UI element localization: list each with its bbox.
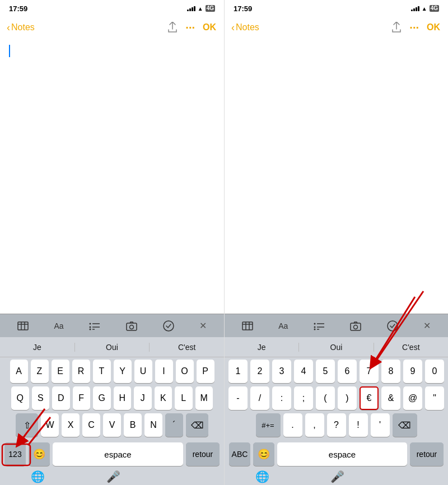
ok-button-2[interactable]: OK: [426, 21, 441, 34]
key-space-1[interactable]: espace: [53, 442, 183, 466]
key-0[interactable]: 0: [425, 360, 444, 383]
key-amp[interactable]: &: [381, 386, 400, 410]
svg-point-28: [388, 321, 398, 331]
key-colon[interactable]: :: [272, 386, 291, 410]
key-W[interactable]: W: [41, 413, 59, 437]
key-slash[interactable]: /: [250, 386, 269, 410]
key-E[interactable]: E: [52, 360, 69, 383]
key-G[interactable]: G: [93, 386, 111, 410]
key-B[interactable]: B: [124, 413, 142, 437]
toolbar-list-btn-2[interactable]: [311, 319, 327, 333]
autocomplete-word-2[interactable]: Oui: [75, 343, 150, 352]
key-abc-2[interactable]: ABC: [229, 442, 250, 466]
key-5[interactable]: 5: [316, 360, 335, 383]
key-lparen[interactable]: (: [316, 386, 335, 410]
key-K[interactable]: K: [155, 386, 172, 410]
key-exclaim[interactable]: !: [349, 413, 368, 437]
key-D[interactable]: D: [52, 386, 70, 410]
nav-back-1[interactable]: ‹ Notes: [7, 22, 35, 34]
globe-icon-2[interactable]: 🌐: [255, 470, 269, 483]
table-icon-1: [17, 321, 29, 330]
ok-button-1[interactable]: OK: [202, 21, 217, 34]
mic-icon-2[interactable]: 🎤: [330, 470, 344, 483]
key-9[interactable]: 9: [403, 360, 422, 383]
key-X[interactable]: X: [62, 413, 80, 437]
key-S[interactable]: S: [32, 386, 50, 410]
toolbar-list-btn-1[interactable]: [87, 319, 102, 333]
key-numbers-1[interactable]: 123: [4, 442, 26, 466]
key-Q[interactable]: Q: [11, 386, 29, 410]
key-1[interactable]: 1: [228, 360, 248, 383]
autocomplete-word-5[interactable]: Oui: [299, 343, 374, 352]
share-button-2[interactable]: [390, 21, 403, 34]
key-F[interactable]: F: [73, 386, 91, 410]
toolbar-close-btn-1[interactable]: ✕: [197, 318, 209, 333]
key-Y[interactable]: Y: [114, 360, 132, 383]
key-C[interactable]: C: [82, 413, 100, 437]
key-P[interactable]: P: [197, 360, 214, 383]
key-return-2[interactable]: retour: [410, 442, 444, 466]
key-rparen[interactable]: ): [338, 386, 357, 410]
autocomplete-word-1[interactable]: Je: [0, 343, 75, 352]
key-hashplus[interactable]: #+=: [256, 413, 281, 437]
key-7[interactable]: 7: [360, 360, 379, 383]
more-button-1[interactable]: ···: [184, 20, 196, 35]
key-6[interactable]: 6: [338, 360, 357, 383]
key-V[interactable]: V: [103, 413, 121, 437]
key-4[interactable]: 4: [294, 360, 313, 383]
toolbar-table-btn-2[interactable]: [240, 319, 255, 333]
key-return-1[interactable]: retour: [186, 442, 220, 466]
key-2[interactable]: 2: [250, 360, 269, 383]
key-H[interactable]: H: [114, 386, 132, 410]
key-delete-1[interactable]: ⌫: [186, 413, 208, 437]
toolbar-format-btn-1[interactable]: Aa: [52, 319, 66, 333]
key-U[interactable]: U: [134, 360, 152, 383]
key-3[interactable]: 3: [272, 360, 291, 383]
key-Z[interactable]: Z: [31, 360, 49, 383]
key-8[interactable]: 8: [381, 360, 400, 383]
key-J[interactable]: J: [134, 386, 152, 410]
key-semicolon[interactable]: ;: [294, 386, 313, 410]
key-apostrophe-1[interactable]: ´: [165, 413, 183, 437]
key-euro[interactable]: €: [360, 386, 379, 410]
autocomplete-word-3[interactable]: C'est: [150, 343, 224, 352]
key-at[interactable]: @: [403, 386, 422, 410]
key-O[interactable]: O: [176, 360, 194, 383]
key-emoji-2[interactable]: 😊: [253, 442, 274, 466]
key-N[interactable]: N: [144, 413, 162, 437]
key-dash[interactable]: -: [228, 386, 248, 410]
key-M[interactable]: M: [195, 386, 213, 410]
key-comma[interactable]: ,: [305, 413, 324, 437]
signal-icon-2: [411, 6, 419, 11]
toolbar-camera-btn-2[interactable]: [348, 319, 363, 333]
toolbar-compose-btn-1[interactable]: [161, 318, 176, 334]
svg-rect-16: [242, 322, 253, 330]
mic-icon-1[interactable]: 🎤: [106, 470, 120, 483]
autocomplete-word-4[interactable]: Je: [225, 343, 299, 352]
key-question[interactable]: ?: [327, 413, 346, 437]
globe-icon-1[interactable]: 🌐: [31, 470, 45, 483]
toolbar-table-btn-1[interactable]: [15, 319, 31, 333]
toolbar-close-btn-2[interactable]: ✕: [421, 318, 433, 333]
key-delete-2[interactable]: ⌫: [393, 413, 417, 437]
toolbar-format-btn-2[interactable]: Aa: [276, 319, 290, 333]
note-area-1[interactable]: [0, 40, 224, 314]
key-R[interactable]: R: [72, 360, 90, 383]
key-space-2[interactable]: espace: [277, 442, 407, 466]
key-L[interactable]: L: [175, 386, 193, 410]
toolbar-compose-btn-2[interactable]: [385, 318, 400, 334]
key-T[interactable]: T: [93, 360, 111, 383]
toolbar-camera-btn-1[interactable]: [124, 319, 139, 333]
key-quote[interactable]: ": [425, 386, 444, 410]
key-I[interactable]: I: [155, 360, 173, 383]
key-emoji-1[interactable]: 😊: [29, 442, 50, 466]
share-button-1[interactable]: [166, 21, 179, 34]
more-button-2[interactable]: ···: [408, 20, 420, 35]
key-singlequote[interactable]: ': [371, 413, 390, 437]
nav-back-2[interactable]: ‹ Notes: [231, 22, 259, 34]
autocomplete-word-6[interactable]: C'est: [374, 343, 448, 352]
note-area-2[interactable]: [225, 40, 448, 314]
key-period[interactable]: .: [283, 413, 302, 437]
key-shift-1[interactable]: ⇧: [16, 413, 38, 437]
key-A[interactable]: A: [10, 360, 28, 383]
